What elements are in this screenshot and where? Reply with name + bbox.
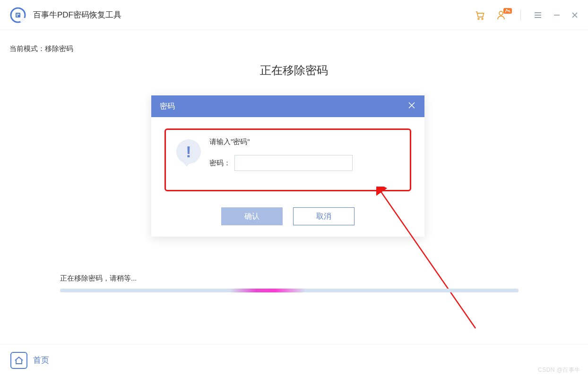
user-icon[interactable] [496, 9, 508, 21]
svg-point-7 [482, 18, 483, 19]
header-actions [474, 9, 579, 21]
svg-point-8 [499, 11, 503, 15]
progress-indicator [230, 289, 305, 292]
minimize-icon[interactable] [553, 11, 561, 19]
menu-icon[interactable] [533, 10, 543, 20]
home-icon [10, 352, 27, 369]
annotation-highlight: ! 请输入"密码" 密码： [164, 128, 411, 191]
dialog-title: 密码 [160, 102, 175, 111]
home-button[interactable]: 首页 [10, 352, 49, 369]
svg-rect-3 [17, 14, 18, 15]
dialog-header: 密码 [151, 95, 424, 117]
password-dialog: 密码 ! 请输入"密码" 密码： 确认 取消 [151, 95, 424, 237]
password-label: 密码： [209, 159, 231, 168]
home-label: 首页 [33, 355, 49, 366]
dialog-prompt: 请输入"密码" [209, 137, 353, 146]
dialog-close-button[interactable] [407, 101, 416, 111]
mode-label: 当前模式： [9, 44, 45, 52]
cancel-button[interactable]: 取消 [293, 207, 355, 225]
app-title: 百事牛PDF密码恢复工具 [33, 9, 121, 20]
progress-status: 正在移除密码，请稍等... [60, 274, 519, 283]
progress-section: 正在移除密码，请稍等... [60, 274, 519, 292]
progress-bar [60, 289, 519, 292]
watermark: CSDN @百事牛 [538, 366, 580, 374]
footer: 首页 [0, 344, 588, 376]
page-title: 正在移除密码 [9, 63, 579, 78]
app-header: 百事牛PDF密码恢复工具 [0, 0, 588, 30]
svg-rect-2 [16, 13, 20, 17]
close-icon[interactable] [571, 11, 579, 19]
info-icon: ! [176, 139, 201, 164]
confirm-button[interactable]: 确认 [221, 207, 283, 225]
svg-point-6 [478, 18, 479, 19]
main-content: 当前模式：移除密码 正在移除密码 [0, 30, 588, 78]
header-divider [520, 10, 521, 20]
app-logo [9, 7, 26, 24]
current-mode: 当前模式：移除密码 [9, 44, 579, 53]
svg-rect-5 [17, 15, 18, 17]
mode-value: 移除密码 [45, 44, 73, 52]
cart-icon[interactable] [474, 9, 485, 21]
svg-rect-4 [18, 14, 20, 15]
password-input[interactable] [234, 155, 353, 171]
